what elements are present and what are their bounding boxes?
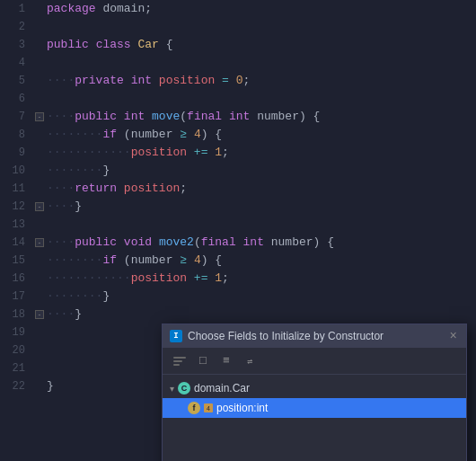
code-content: ····return position;: [47, 180, 476, 198]
code-line: 12-····}: [0, 198, 476, 216]
line-number: 4: [0, 54, 32, 72]
expand-icon: ▾: [170, 384, 174, 394]
class-label: domain.Car: [194, 382, 250, 395]
fold-icon[interactable]: -: [35, 238, 44, 247]
code-content: public class Car {: [47, 36, 476, 54]
close-button[interactable]: ×: [448, 329, 459, 343]
dialog-toolbar: □ ≡ ⇌: [163, 348, 466, 375]
code-content: ····public void move2(final int number) …: [47, 234, 476, 252]
line-number: 1: [0, 0, 32, 18]
line-number: 8: [0, 126, 32, 144]
line-number: 21: [0, 359, 32, 377]
adjust-button[interactable]: ⇌: [240, 352, 260, 370]
tree-group-item[interactable]: ▾ C domain.Car: [163, 378, 466, 398]
dialog-empty-space: [163, 421, 466, 461]
code-line: 10········}: [0, 162, 476, 180]
code-line: 18-····}: [0, 306, 476, 324]
field-item[interactable]: f 4 position:int: [163, 398, 466, 418]
code-line: 5····private int position = 0;: [0, 72, 476, 90]
gutter[interactable]: -: [32, 238, 47, 247]
line-number: 9: [0, 144, 32, 162]
code-line: 6: [0, 90, 476, 108]
dialog-header: I Choose Fields to Initialize by Constru…: [163, 324, 466, 348]
line-number: 22: [0, 377, 32, 395]
code-line: 16············position += 1;: [0, 270, 476, 288]
code-line: 9············position += 1;: [0, 144, 476, 162]
code-line: 14-····public void move2(final int numbe…: [0, 234, 476, 252]
fold-icon[interactable]: -: [35, 310, 44, 319]
code-content: ····}: [47, 306, 476, 324]
gutter[interactable]: -: [32, 112, 47, 121]
gutter[interactable]: -: [32, 202, 47, 211]
lock-icon: 4: [204, 403, 213, 412]
code-line: 15········if (number ≥ 4) {: [0, 252, 476, 270]
code-content: ········if (number ≥ 4) {: [47, 126, 476, 144]
line-number: 17: [0, 288, 32, 306]
line-number: 5: [0, 72, 32, 90]
fold-icon[interactable]: -: [35, 202, 44, 211]
align-button[interactable]: ≡: [216, 352, 236, 370]
code-editor: 1package domain;23public class Car {45··…: [0, 0, 476, 461]
dialog-list: ▾ C domain.Car f 4 position:int: [163, 375, 466, 421]
line-number: 19: [0, 324, 32, 341]
line-number: 7: [0, 108, 32, 126]
line-number: 3: [0, 36, 32, 54]
code-content: ····}: [47, 198, 476, 216]
field-label: position:int: [216, 402, 268, 414]
choose-fields-dialog[interactable]: I Choose Fields to Initialize by Constru…: [162, 324, 467, 461]
line-number: 15: [0, 252, 32, 270]
code-content: ············position += 1;: [47, 144, 476, 162]
field-icon: f: [188, 402, 200, 414]
code-line: 17········}: [0, 288, 476, 306]
code-content: ····public int move(final int number) {: [47, 108, 476, 126]
line-number: 20: [0, 341, 32, 359]
code-line: 8········if (number ≥ 4) {: [0, 126, 476, 144]
code-content: package domain;: [47, 0, 476, 18]
fold-icon[interactable]: -: [35, 112, 44, 121]
code-line: 3public class Car {: [0, 36, 476, 54]
code-line: 1package domain;: [0, 0, 476, 18]
line-number: 12: [0, 198, 32, 216]
code-content: ········}: [47, 288, 476, 306]
sort-button[interactable]: [170, 352, 190, 370]
code-line: 7-····public int move(final int number) …: [0, 108, 476, 126]
code-line: 2: [0, 18, 476, 36]
line-number: 18: [0, 306, 32, 324]
line-number: 2: [0, 18, 32, 36]
line-number: 6: [0, 90, 32, 108]
code-content: ····private int position = 0;: [47, 72, 476, 90]
code-line: 11····return position;: [0, 180, 476, 198]
square-button[interactable]: □: [193, 352, 213, 370]
code-line: 4: [0, 54, 476, 72]
line-number: 10: [0, 162, 32, 180]
dialog-title: Choose Fields to Initialize by Construct…: [188, 330, 443, 342]
dialog-icon: I: [170, 330, 182, 342]
line-number: 11: [0, 180, 32, 198]
line-number: 16: [0, 270, 32, 288]
line-number: 14: [0, 234, 32, 252]
code-content: ········if (number ≥ 4) {: [47, 252, 476, 270]
gutter[interactable]: -: [32, 310, 47, 319]
line-number: 13: [0, 216, 32, 234]
code-line: 13: [0, 216, 476, 234]
class-icon: C: [178, 382, 190, 395]
code-content: ············position += 1;: [47, 270, 476, 288]
code-content: ········}: [47, 162, 476, 180]
